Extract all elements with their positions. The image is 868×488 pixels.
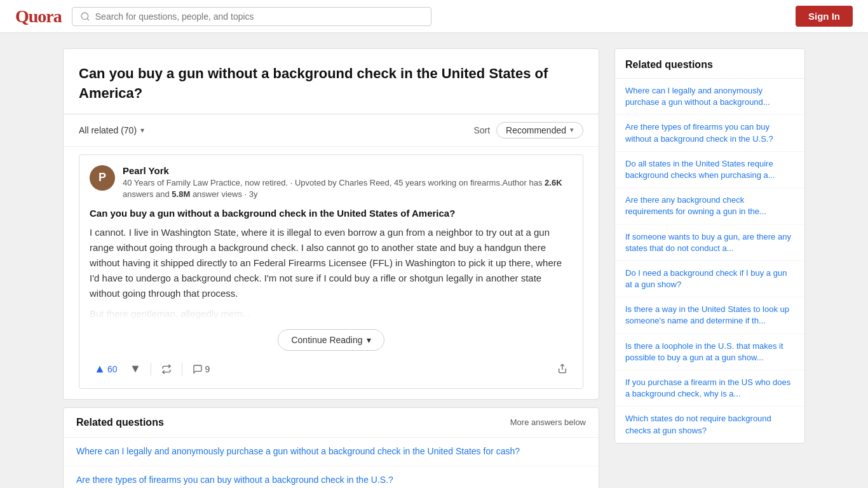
header: Quora Sign In bbox=[0, 0, 868, 33]
answer-card: P Pearl York 40 Years of Family Law Prac… bbox=[79, 154, 583, 389]
sidebar-link-item[interactable]: If someone wants to buy a gun, are there… bbox=[615, 225, 804, 261]
chevron-down-icon: ▾ bbox=[140, 126, 144, 135]
sign-in-button[interactable]: Sign In bbox=[796, 6, 853, 27]
sidebar-related-title: Related questions bbox=[615, 49, 804, 79]
sidebar-link-item[interactable]: Do all states in the United States requi… bbox=[615, 152, 804, 188]
author-bio-text: 40 Years of Family Law Practice, now ret… bbox=[123, 178, 542, 187]
share-icon bbox=[557, 363, 567, 374]
author-answers-label: answers and bbox=[123, 189, 170, 199]
sidebar-link-item[interactable]: If you purchase a firearm in the US who … bbox=[615, 370, 804, 407]
share-button[interactable] bbox=[552, 361, 573, 378]
author-info: Pearl York 40 Years of Family Law Practi… bbox=[123, 165, 573, 200]
related-links-main: Where can I legally and anonymously purc… bbox=[64, 438, 599, 488]
upvote-icon bbox=[95, 364, 105, 374]
search-input[interactable] bbox=[95, 11, 424, 22]
sidebar-link-item[interactable]: Is there a loophole in the U.S. that mak… bbox=[615, 334, 804, 370]
page-layout: Can you buy a gun without a background c… bbox=[53, 33, 815, 488]
upvote-button[interactable]: 60 bbox=[90, 362, 123, 377]
related-title-main: Related questions bbox=[76, 417, 164, 428]
related-questions-main: Related questions More answers below Whe… bbox=[63, 407, 599, 488]
sidebar-link-item[interactable]: Are there types of firearms you can buy … bbox=[615, 115, 804, 151]
author-views-count: 5.8M bbox=[172, 189, 190, 199]
sidebar-links: Where can I legally and anonymously purc… bbox=[615, 79, 804, 443]
answer-question-title: Can you buy a gun without a background c… bbox=[90, 208, 573, 219]
author-row: P Pearl York 40 Years of Family Law Prac… bbox=[90, 165, 573, 200]
related-link-main-item[interactable]: Are there types of firearms you can buy … bbox=[64, 466, 599, 488]
avatar: P bbox=[90, 165, 115, 191]
question-title: Can you buy a gun without a background c… bbox=[79, 64, 583, 104]
chevron-down-icon: ▾ bbox=[367, 335, 371, 345]
answer-actions: 60 bbox=[90, 356, 573, 378]
sidebar-link-item[interactable]: Are there any background check requireme… bbox=[615, 188, 804, 224]
recommended-label: Recommended bbox=[506, 125, 566, 135]
sidebar-link-item[interactable]: Do I need a background check if I buy a … bbox=[615, 261, 804, 297]
more-answers-below: More answers below bbox=[510, 417, 586, 427]
repost-button[interactable] bbox=[156, 362, 177, 377]
downvote-icon bbox=[130, 364, 140, 374]
question-card: Can you buy a gun without a background c… bbox=[63, 48, 599, 114]
recommended-button[interactable]: Recommended ▾ bbox=[496, 122, 583, 139]
answers-section: All related (70) ▾ Sort Recommended ▾ P … bbox=[63, 114, 599, 400]
continue-reading-label: Continue Reading bbox=[291, 335, 362, 345]
sort-area: Sort Recommended ▾ bbox=[473, 122, 583, 139]
author-bio: 40 Years of Family Law Practice, now ret… bbox=[123, 177, 573, 200]
author-name: Pearl York bbox=[123, 165, 573, 176]
related-link-main-item[interactable]: Where can I legally and anonymously purc… bbox=[64, 438, 599, 466]
search-icon bbox=[80, 11, 90, 22]
search-bar bbox=[72, 7, 432, 26]
answers-header: All related (70) ▾ Sort Recommended ▾ bbox=[64, 114, 599, 147]
sidebar-related-card: Related questions Where can I legally an… bbox=[614, 48, 805, 444]
quora-logo[interactable]: Quora bbox=[15, 6, 62, 27]
main-content: Can you buy a gun without a background c… bbox=[63, 48, 599, 488]
answer-fade-container: I cannot. I live in Washington State, wh… bbox=[90, 225, 573, 322]
all-related-toggle[interactable]: All related (70) ▾ bbox=[79, 125, 144, 135]
repost-icon bbox=[161, 364, 172, 374]
sidebar-link-item[interactable]: Which states do not require background c… bbox=[615, 407, 804, 442]
chevron-down-icon: ▾ bbox=[570, 126, 574, 134]
comment-icon bbox=[193, 364, 203, 374]
divider bbox=[182, 363, 182, 376]
svg-point-0 bbox=[81, 13, 88, 20]
all-related-label: All related (70) bbox=[79, 125, 137, 135]
related-header-main: Related questions More answers below bbox=[64, 408, 599, 438]
upvote-count: 60 bbox=[107, 364, 118, 374]
continue-reading-button[interactable]: Continue Reading ▾ bbox=[278, 329, 384, 351]
answer-body: I cannot. I live in Washington State, wh… bbox=[90, 225, 573, 301]
author-views-label: answer views · 3y bbox=[193, 189, 258, 199]
sidebar-link-item[interactable]: Is there a way in the United States to l… bbox=[615, 297, 804, 334]
answer-fade-text: But there gentleman, allegedly mem... bbox=[90, 306, 573, 322]
sidebar: Related questions Where can I legally an… bbox=[614, 48, 805, 488]
divider bbox=[151, 363, 151, 376]
author-answers-count: 2.6K bbox=[545, 178, 562, 187]
sidebar-link-item[interactable]: Where can I legally and anonymously purc… bbox=[615, 79, 804, 115]
sort-label: Sort bbox=[473, 125, 490, 135]
comment-button[interactable]: 9 bbox=[187, 362, 215, 377]
answer-text: I cannot. I live in Washington State, wh… bbox=[90, 225, 573, 356]
downvote-button[interactable] bbox=[125, 362, 146, 377]
comment-count: 9 bbox=[205, 364, 210, 374]
